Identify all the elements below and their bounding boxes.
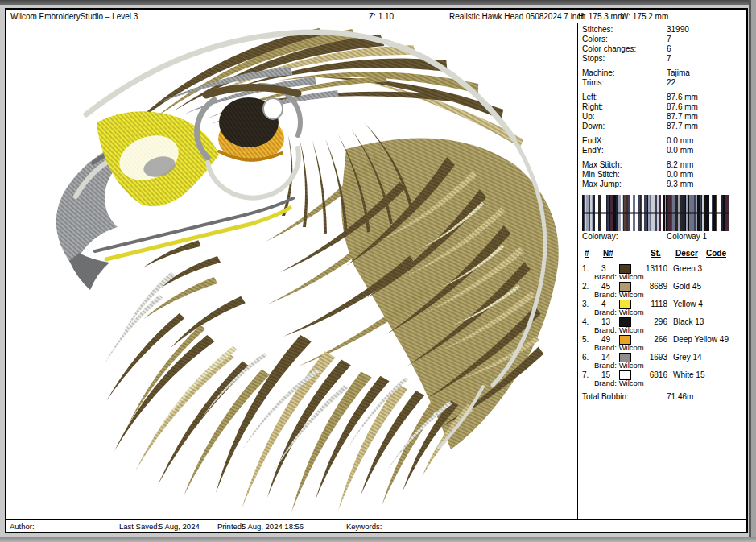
stats-section: Stitches:31990Colors:7Color changes:6Sto…	[582, 25, 745, 189]
thread-brand: Brand: Wilcom	[582, 344, 745, 352]
stat-value: 87.7 mm	[667, 122, 745, 131]
thread-row: 3.41118Yellow 4Brand: Wilcom	[582, 300, 745, 317]
feather-stitch	[135, 351, 234, 471]
stat-row: Colors:7	[582, 35, 745, 44]
eye-highlight	[263, 98, 283, 119]
design-barcode	[582, 195, 729, 231]
page-footer: Author: Last Saved: 5 Aug, 2024 Printed:…	[6, 519, 746, 532]
stat-label: Stitches:	[582, 25, 667, 35]
thread-descr-code: Yellow 4	[673, 300, 703, 308]
thread-row: 4.13296Black 13Brand: Wilcom	[582, 317, 745, 334]
thread-descr-code: Deep Yellow 49	[673, 335, 729, 344]
author-label: Author:	[10, 522, 35, 531]
embroidery-design-canvas	[6, 23, 577, 519]
thread-row: 6.141693Grey 14Brand: Wilcom	[582, 353, 745, 370]
stat-value: 22	[667, 78, 745, 88]
thread-brand: Brand: Wilcom	[582, 362, 745, 370]
thread-table-header: # N# St. Descr Code	[582, 249, 745, 259]
stat-group: Left:87.6 mmRight:87.6 mmUp:87.7 mmDown:…	[582, 93, 745, 131]
stat-label: Left:	[582, 93, 667, 102]
beak-hook-tip	[69, 253, 109, 290]
stat-row: Up:87.7 mm	[582, 112, 745, 122]
stat-row: Max Stitch:8.2 mm	[582, 160, 745, 170]
thread-descr-code: Grey 14	[673, 353, 702, 362]
thread-list: 1.313110Green 3Brand: Wilcom2.458689Gold…	[582, 264, 745, 387]
stat-label: EndX:	[582, 136, 667, 146]
stat-value: 7	[667, 54, 745, 64]
thread-descr-code: Green 3	[673, 264, 702, 273]
stat-row: EndX:0.0 mm	[582, 136, 745, 146]
feather-stitch	[155, 256, 221, 292]
thread-descr-code: Gold 45	[673, 282, 701, 291]
stat-group: Stitches:31990Colors:7Color changes:6Sto…	[582, 25, 745, 64]
stat-label: Stops:	[582, 54, 667, 64]
app-window: Wilcom EmbroideryStudio – Level 3 Z: 1.1…	[0, 0, 756, 542]
worksheet-page: Wilcom EmbroideryStudio – Level 3 Z: 1.1…	[5, 8, 748, 533]
window-edge-bottom[interactable]	[0, 537, 756, 542]
thread-descr-code: Black 13	[673, 317, 704, 326]
stat-label: Min Stitch:	[582, 170, 667, 180]
stat-value: 87.6 mm	[667, 102, 745, 112]
design-height: H: 175.3 mm	[578, 10, 624, 23]
stat-row: Color changes:6	[582, 44, 745, 54]
col-header-descr: Descr	[675, 249, 698, 258]
total-bobbin-label: Total Bobbin:	[582, 392, 667, 402]
stat-value: Tajima	[667, 68, 745, 78]
stat-row: Trims:22	[582, 78, 745, 88]
stat-value: 0.0 mm	[667, 146, 745, 155]
feather-stitch	[312, 140, 327, 234]
page-header: Wilcom EmbroideryStudio – Level 3 Z: 1.1…	[6, 10, 746, 23]
last-saved-label: Last Saved:	[119, 522, 159, 531]
stat-row: Max Jump:9.3 mm	[582, 180, 745, 189]
thread-brand: Brand: Wilcom	[582, 273, 745, 281]
stat-value: 31990	[667, 25, 745, 35]
thread-brand: Brand: Wilcom	[582, 308, 745, 317]
stat-value: 7	[667, 35, 745, 44]
window-edge-top	[0, 0, 756, 5]
colorway-row: Colorway: Colorway 1	[582, 232, 745, 242]
stat-row: Stitches:31990	[582, 25, 745, 35]
total-bobbin-value: 71.46m	[667, 392, 745, 402]
hawk-embroidery-svg	[6, 23, 577, 519]
thread-row: 7.156816White 15Brand: Wilcom	[582, 370, 745, 387]
stat-row: Min Stitch:0.0 mm	[582, 170, 745, 180]
stat-value: 87.7 mm	[667, 112, 745, 122]
design-width: W: 175.2 mm	[621, 10, 668, 23]
printed-value: 5 Aug, 2024 18:56	[242, 522, 304, 531]
stat-row: Down:87.7 mm	[582, 122, 745, 131]
thread-row: 1.313110Green 3Brand: Wilcom	[582, 264, 745, 281]
stat-row: Stops:7	[582, 54, 745, 64]
last-saved-value: 5 Aug, 2024	[159, 522, 200, 531]
col-header-n: N#	[603, 249, 613, 258]
thread-row: 5.49266Deep Yellow 49Brand: Wilcom	[582, 335, 745, 352]
stat-row: Right:87.6 mm	[582, 102, 745, 112]
thread-brand: Brand: Wilcom	[582, 379, 745, 387]
stat-label: Max Stitch:	[582, 160, 667, 170]
stat-group: Max Stitch:8.2 mmMin Stitch:0.0 mmMax Ju…	[582, 160, 745, 189]
stat-group: EndX:0.0 mmEndY:0.0 mm	[582, 136, 745, 155]
stat-value: 0.0 mm	[667, 136, 745, 146]
stat-row: EndY:0.0 mm	[582, 146, 745, 155]
col-header-num: #	[585, 249, 589, 258]
thread-brand: Brand: Wilcom	[582, 326, 745, 334]
stat-label: Right:	[582, 102, 667, 112]
stat-value: 87.6 mm	[667, 93, 745, 102]
design-info-panel: Stitches:31990Colors:7Color changes:6Sto…	[578, 23, 746, 519]
stat-label: Max Jump:	[582, 180, 667, 189]
total-bobbin-row: Total Bobbin: 71.46m	[582, 392, 745, 402]
colorway-label: Colorway:	[582, 232, 667, 242]
barcode-midline	[582, 212, 729, 214]
stat-row: Left:87.6 mm	[582, 93, 745, 102]
stat-label: EndY:	[582, 146, 667, 155]
stat-label: Colors:	[582, 35, 667, 44]
feather-stitch	[382, 396, 443, 506]
thread-descr-code: White 15	[673, 370, 704, 379]
stat-value: 0.0 mm	[667, 170, 745, 180]
gape-yellow-line	[106, 208, 290, 259]
stat-label: Up:	[582, 112, 667, 122]
thread-brand: Brand: Wilcom	[582, 291, 745, 299]
stat-value: 9.3 mm	[667, 180, 745, 189]
cere	[97, 111, 219, 206]
col-header-st: St.	[651, 249, 661, 258]
window-edge-right[interactable]	[749, 0, 756, 542]
